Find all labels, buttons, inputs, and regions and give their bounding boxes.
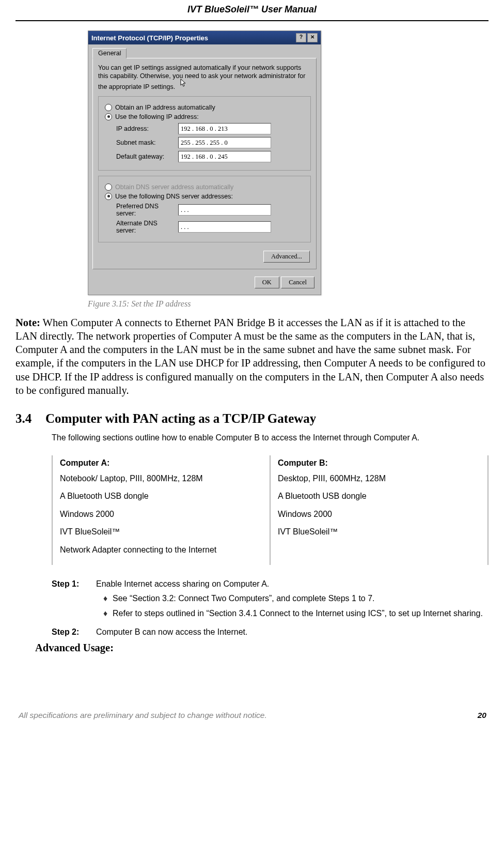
- input-preferred-dns[interactable]: . . .: [178, 204, 271, 216]
- ok-button[interactable]: OK: [255, 277, 279, 288]
- page-footer: All specifications are preliminary and s…: [15, 711, 489, 720]
- step-1-text: Enable Internet access sharing on Comput…: [96, 578, 489, 590]
- dialog-titlebar: Internet Protocol (TCP/IP) Properties ? …: [88, 31, 321, 44]
- section-heading: 3.4Computer with PAN acting as a TCP/IP …: [15, 411, 489, 426]
- label-alternate-dns: Alternate DNS server:: [116, 220, 178, 234]
- list-item: Network Adapter connecting to the Intern…: [60, 544, 262, 556]
- step-2-label: Step 2:: [52, 626, 96, 638]
- label-subnet-mask: Subnet mask:: [116, 139, 178, 146]
- section-number: 3.4: [15, 411, 45, 426]
- page-title: IVT BlueSoleil™ User Manual: [15, 4, 489, 21]
- list-item: Windows 2000: [278, 509, 480, 520]
- input-subnet-mask[interactable]: 255 . 255 . 255 . 0: [178, 137, 271, 148]
- list-item: A Bluetooth USB dongle: [60, 491, 262, 502]
- step-1-label: Step 1:: [52, 578, 96, 622]
- spec-table: Computer A: Notebook/ Laptop, PIII, 800M…: [52, 455, 489, 565]
- step-2-text: Computer B can now access the Internet.: [96, 626, 489, 638]
- dialog-description: You can get IP settings assigned automat…: [98, 64, 311, 91]
- note-paragraph: Note: When Computer A connects to Ethern…: [15, 316, 489, 397]
- label-preferred-dns: Preferred DNS server:: [116, 203, 178, 217]
- label-ip-address: IP address:: [116, 125, 178, 132]
- footer-text: All specifications are preliminary and s…: [15, 711, 478, 720]
- spec-b-head: Computer B:: [278, 457, 480, 469]
- tab-general[interactable]: General: [92, 48, 127, 58]
- radio-manual-dns[interactable]: Use the following DNS server addresses:: [105, 193, 304, 200]
- step-1-bullet-2: Refer to steps outlined in “Section 3.4.…: [113, 608, 483, 619]
- list-item: IVT BlueSoleil™: [60, 526, 262, 538]
- spec-a-head: Computer A:: [60, 457, 262, 469]
- input-ip-address[interactable]: 192 . 168 . 0 . 213: [178, 123, 271, 134]
- radio-obtain-dns-auto: Obtain DNS server address automatically: [105, 183, 304, 191]
- advanced-button[interactable]: Advanced...: [263, 251, 310, 263]
- figure-caption: Figure 3.15: Set the IP address: [88, 299, 489, 309]
- diamond-bullet-icon: ♦: [103, 608, 113, 619]
- page-number: 20: [478, 711, 489, 720]
- spec-column-a: Computer A: Notebook/ Laptop, PIII, 800M…: [52, 455, 270, 565]
- dialog-title: Internet Protocol (TCP/IP) Properties: [91, 34, 295, 42]
- help-icon[interactable]: ?: [296, 33, 306, 42]
- list-item: Windows 2000: [60, 509, 262, 520]
- dialog-screenshot: Internet Protocol (TCP/IP) Properties ? …: [88, 30, 489, 295]
- list-item: IVT BlueSoleil™: [278, 526, 480, 538]
- cancel-button[interactable]: Cancel: [281, 277, 314, 288]
- input-alternate-dns[interactable]: . . .: [178, 221, 271, 233]
- advanced-usage-heading: Advanced Usage:: [35, 642, 489, 654]
- close-icon[interactable]: ✕: [307, 33, 318, 42]
- label-default-gateway: Default gateway:: [116, 153, 178, 160]
- spec-column-b: Computer B: Desktop, PIII, 600MHz, 128M …: [270, 455, 489, 565]
- note-label: Note:: [15, 317, 40, 328]
- step-1-bullet-1: See “Section 3.2: Connect Two Computers”…: [113, 593, 375, 604]
- mouse-cursor-icon: [180, 79, 188, 87]
- radio-obtain-auto[interactable]: Obtain an IP address automatically: [105, 104, 304, 111]
- list-item: Desktop, PIII, 600MHz, 128M: [278, 473, 480, 484]
- radio-manual-ip[interactable]: Use the following IP address:: [105, 113, 304, 120]
- list-item: Notebook/ Laptop, PIII, 800MHz, 128M: [60, 473, 262, 484]
- section-title: Computer with PAN acting as a TCP/IP Gat…: [45, 411, 316, 425]
- section-intro: The following sections outline how to en…: [52, 432, 489, 443]
- diamond-bullet-icon: ♦: [103, 593, 113, 604]
- list-item: A Bluetooth USB dongle: [278, 491, 480, 502]
- input-default-gateway[interactable]: 192 . 168 . 0 . 245: [178, 151, 271, 162]
